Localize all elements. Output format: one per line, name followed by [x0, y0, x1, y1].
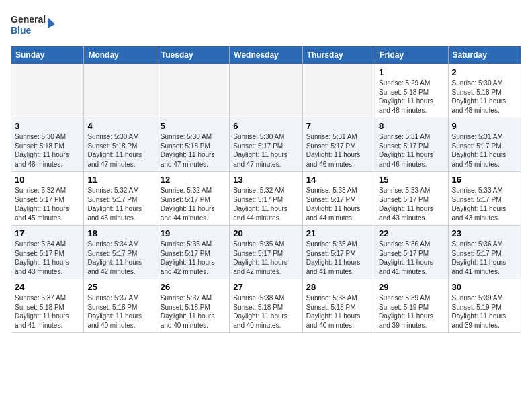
- day-number: 11: [87, 175, 152, 185]
- calendar-cell: 10Sunrise: 5:32 AM Sunset: 5:17 PM Dayli…: [11, 172, 84, 226]
- day-info: Sunrise: 5:38 AM Sunset: 5:18 PM Dayligh…: [306, 293, 371, 330]
- day-number: 10: [15, 175, 80, 185]
- day-info: Sunrise: 5:36 AM Sunset: 5:17 PM Dayligh…: [379, 240, 444, 276]
- calendar-week-row: 3Sunrise: 5:30 AM Sunset: 5:18 PM Daylig…: [11, 118, 521, 172]
- calendar-cell: 30Sunrise: 5:39 AM Sunset: 5:19 PM Dayli…: [448, 279, 521, 333]
- calendar-cell: 19Sunrise: 5:35 AM Sunset: 5:17 PM Dayli…: [157, 226, 229, 279]
- day-info: Sunrise: 5:30 AM Sunset: 5:18 PM Dayligh…: [161, 132, 226, 169]
- day-number: 26: [161, 282, 226, 292]
- day-info: Sunrise: 5:31 AM Sunset: 5:17 PM Dayligh…: [379, 132, 444, 169]
- logo-svg: General Blue: [11, 11, 58, 40]
- day-info: Sunrise: 5:32 AM Sunset: 5:17 PM Dayligh…: [15, 186, 80, 222]
- day-number: 24: [15, 282, 80, 292]
- calendar-cell: 11Sunrise: 5:32 AM Sunset: 5:17 PM Dayli…: [84, 172, 157, 226]
- calendar-cell: 25Sunrise: 5:37 AM Sunset: 5:18 PM Dayli…: [84, 279, 157, 333]
- day-number: 16: [452, 175, 517, 185]
- calendar-week-row: 17Sunrise: 5:34 AM Sunset: 5:17 PM Dayli…: [11, 226, 521, 279]
- day-number: 13: [233, 175, 298, 185]
- calendar-cell: 1Sunrise: 5:29 AM Sunset: 5:18 PM Daylig…: [375, 64, 448, 118]
- calendar-cell: 14Sunrise: 5:33 AM Sunset: 5:17 PM Dayli…: [302, 172, 375, 226]
- weekday-header: Saturday: [448, 46, 521, 64]
- day-info: Sunrise: 5:32 AM Sunset: 5:17 PM Dayligh…: [233, 186, 298, 222]
- day-info: Sunrise: 5:35 AM Sunset: 5:17 PM Dayligh…: [233, 240, 298, 276]
- calendar-cell: 5Sunrise: 5:30 AM Sunset: 5:18 PM Daylig…: [157, 118, 229, 172]
- day-info: Sunrise: 5:37 AM Sunset: 5:18 PM Dayligh…: [15, 293, 80, 330]
- day-info: Sunrise: 5:33 AM Sunset: 5:17 PM Dayligh…: [306, 186, 371, 222]
- day-info: Sunrise: 5:31 AM Sunset: 5:17 PM Dayligh…: [452, 132, 517, 169]
- calendar-cell: [157, 64, 229, 118]
- day-number: 18: [87, 228, 152, 238]
- day-number: 17: [15, 228, 80, 238]
- day-info: Sunrise: 5:30 AM Sunset: 5:18 PM Dayligh…: [87, 132, 152, 169]
- day-info: Sunrise: 5:32 AM Sunset: 5:17 PM Dayligh…: [161, 186, 226, 222]
- day-number: 6: [233, 121, 298, 131]
- day-info: Sunrise: 5:35 AM Sunset: 5:17 PM Dayligh…: [161, 240, 226, 276]
- calendar-cell: 15Sunrise: 5:33 AM Sunset: 5:17 PM Dayli…: [375, 172, 448, 226]
- calendar-cell: [230, 64, 302, 118]
- logo: General Blue: [11, 11, 58, 40]
- calendar-week-row: 1Sunrise: 5:29 AM Sunset: 5:18 PM Daylig…: [11, 64, 521, 118]
- page-header: General Blue: [11, 11, 521, 40]
- day-info: Sunrise: 5:30 AM Sunset: 5:18 PM Dayligh…: [452, 79, 517, 115]
- calendar-cell: 16Sunrise: 5:33 AM Sunset: 5:17 PM Dayli…: [448, 172, 521, 226]
- calendar-cell: 27Sunrise: 5:38 AM Sunset: 5:18 PM Dayli…: [230, 279, 302, 333]
- calendar-cell: 13Sunrise: 5:32 AM Sunset: 5:17 PM Dayli…: [230, 172, 302, 226]
- day-number: 3: [15, 121, 80, 131]
- calendar-cell: 8Sunrise: 5:31 AM Sunset: 5:17 PM Daylig…: [375, 118, 448, 172]
- calendar-cell: [84, 64, 157, 118]
- day-info: Sunrise: 5:35 AM Sunset: 5:17 PM Dayligh…: [306, 240, 371, 276]
- weekday-header: Monday: [84, 46, 157, 64]
- calendar-cell: 18Sunrise: 5:34 AM Sunset: 5:17 PM Dayli…: [84, 226, 157, 279]
- day-number: 20: [233, 228, 298, 238]
- calendar-table: SundayMondayTuesdayWednesdayThursdayFrid…: [11, 46, 521, 333]
- day-number: 4: [87, 121, 152, 131]
- weekday-header-row: SundayMondayTuesdayWednesdayThursdayFrid…: [11, 46, 521, 64]
- calendar-cell: 17Sunrise: 5:34 AM Sunset: 5:17 PM Dayli…: [11, 226, 84, 279]
- calendar-cell: 9Sunrise: 5:31 AM Sunset: 5:17 PM Daylig…: [448, 118, 521, 172]
- day-info: Sunrise: 5:33 AM Sunset: 5:17 PM Dayligh…: [452, 186, 517, 222]
- day-info: Sunrise: 5:39 AM Sunset: 5:19 PM Dayligh…: [379, 293, 444, 330]
- calendar-cell: 20Sunrise: 5:35 AM Sunset: 5:17 PM Dayli…: [230, 226, 302, 279]
- calendar-cell: 4Sunrise: 5:30 AM Sunset: 5:18 PM Daylig…: [84, 118, 157, 172]
- day-number: 1: [379, 67, 444, 77]
- svg-text:General: General: [11, 14, 46, 25]
- calendar-cell: 29Sunrise: 5:39 AM Sunset: 5:19 PM Dayli…: [375, 279, 448, 333]
- day-number: 7: [306, 121, 371, 131]
- day-info: Sunrise: 5:39 AM Sunset: 5:19 PM Dayligh…: [452, 293, 517, 330]
- day-info: Sunrise: 5:30 AM Sunset: 5:18 PM Dayligh…: [15, 132, 80, 169]
- day-info: Sunrise: 5:29 AM Sunset: 5:18 PM Dayligh…: [379, 79, 444, 115]
- day-number: 5: [161, 121, 226, 131]
- calendar-week-row: 10Sunrise: 5:32 AM Sunset: 5:17 PM Dayli…: [11, 172, 521, 226]
- weekday-header: Thursday: [302, 46, 375, 64]
- weekday-header: Tuesday: [157, 46, 229, 64]
- day-info: Sunrise: 5:34 AM Sunset: 5:17 PM Dayligh…: [15, 240, 80, 276]
- day-number: 9: [452, 121, 517, 131]
- day-number: 27: [233, 282, 298, 292]
- calendar-cell: 21Sunrise: 5:35 AM Sunset: 5:17 PM Dayli…: [302, 226, 375, 279]
- day-number: 22: [379, 228, 444, 238]
- day-number: 12: [161, 175, 226, 185]
- day-number: 25: [87, 282, 152, 292]
- calendar-cell: 2Sunrise: 5:30 AM Sunset: 5:18 PM Daylig…: [448, 64, 521, 118]
- calendar-cell: 22Sunrise: 5:36 AM Sunset: 5:17 PM Dayli…: [375, 226, 448, 279]
- day-info: Sunrise: 5:31 AM Sunset: 5:17 PM Dayligh…: [306, 132, 371, 169]
- day-number: 19: [161, 228, 226, 238]
- calendar-cell: 6Sunrise: 5:30 AM Sunset: 5:17 PM Daylig…: [230, 118, 302, 172]
- calendar-cell: 26Sunrise: 5:37 AM Sunset: 5:18 PM Dayli…: [157, 279, 229, 333]
- day-number: 21: [306, 228, 371, 238]
- day-number: 14: [306, 175, 371, 185]
- svg-text:Blue: Blue: [11, 25, 32, 36]
- calendar-cell: 28Sunrise: 5:38 AM Sunset: 5:18 PM Dayli…: [302, 279, 375, 333]
- day-number: 29: [379, 282, 444, 292]
- weekday-header: Wednesday: [230, 46, 302, 64]
- day-number: 2: [452, 67, 517, 77]
- calendar-week-row: 24Sunrise: 5:37 AM Sunset: 5:18 PM Dayli…: [11, 279, 521, 333]
- day-info: Sunrise: 5:33 AM Sunset: 5:17 PM Dayligh…: [379, 186, 444, 222]
- svg-marker-2: [48, 17, 55, 28]
- calendar-cell: 7Sunrise: 5:31 AM Sunset: 5:17 PM Daylig…: [302, 118, 375, 172]
- day-number: 23: [452, 228, 517, 238]
- weekday-header: Friday: [375, 46, 448, 64]
- calendar-cell: [11, 64, 84, 118]
- day-number: 8: [379, 121, 444, 131]
- day-info: Sunrise: 5:36 AM Sunset: 5:17 PM Dayligh…: [452, 240, 517, 276]
